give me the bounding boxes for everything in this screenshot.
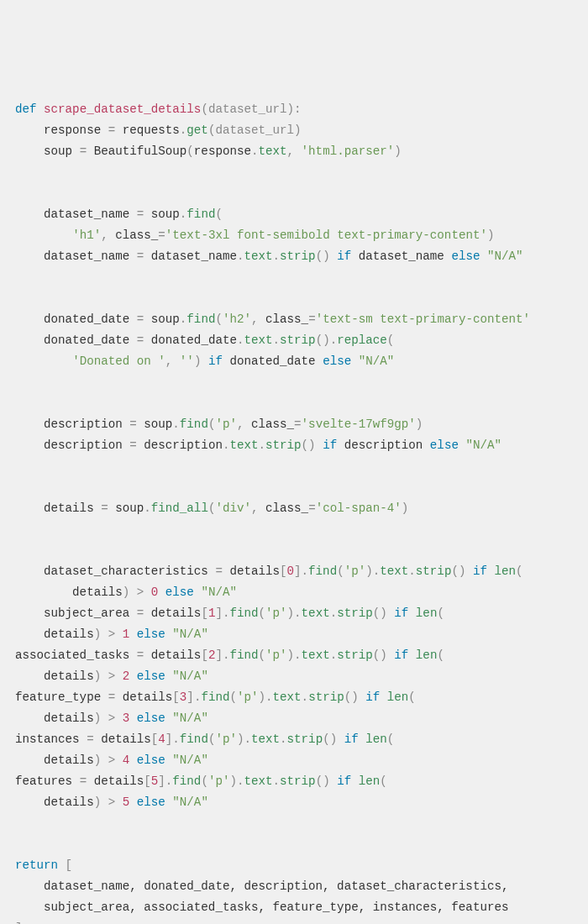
line-29: feature_type = details[3].find('p').text… <box>15 690 416 704</box>
line-38: dataset_name, donated_date, description,… <box>15 879 508 893</box>
line-16: description = soup.find('p', class_='sve… <box>15 417 423 431</box>
line-1: def scrape_dataset_details(dataset_url): <box>15 102 302 116</box>
line-13: 'Donated on ', '') if donated_date else … <box>15 354 394 368</box>
line-24: details) > 0 else "N/A" <box>15 585 237 599</box>
line-30: details) > 3 else "N/A" <box>15 711 208 725</box>
line-27: associated_tasks = details[2].find('p').… <box>15 648 444 662</box>
line-33: features = details[5].find('p').text.str… <box>15 774 387 788</box>
line-8: dataset_name = dataset_name.text.strip()… <box>15 249 523 263</box>
code-block: def scrape_dataset_details(dataset_url):… <box>15 99 573 924</box>
line-31: instances = details[4].find('p').text.st… <box>15 732 394 746</box>
line-11: donated_date = soup.find('h2', class_='t… <box>15 312 530 326</box>
line-3: soup = BeautifulSoup(response.text, 'htm… <box>15 144 402 158</box>
line-28: details) > 2 else "N/A" <box>15 669 208 683</box>
line-20: details = soup.find_all('div', class_='c… <box>15 501 408 515</box>
line-23: dataset_characteristics = details[0].fin… <box>15 564 523 578</box>
line-17: description = description.text.strip() i… <box>15 438 501 452</box>
line-2: response = requests.get(dataset_url) <box>15 123 302 137</box>
line-6: dataset_name = soup.find( <box>15 207 223 221</box>
line-34: details) > 5 else "N/A" <box>15 795 208 809</box>
line-37: return [ <box>15 858 72 872</box>
line-12: donated_date = donated_date.text.strip()… <box>15 333 394 347</box>
line-32: details) > 4 else "N/A" <box>15 753 208 767</box>
line-7: 'h1', class_='text-3xl font-semibold tex… <box>15 228 494 242</box>
line-39: subject_area, associated_tasks, feature_… <box>15 900 508 914</box>
line-25: subject_area = details[1].find('p').text… <box>15 606 444 620</box>
line-26: details) > 1 else "N/A" <box>15 627 208 641</box>
